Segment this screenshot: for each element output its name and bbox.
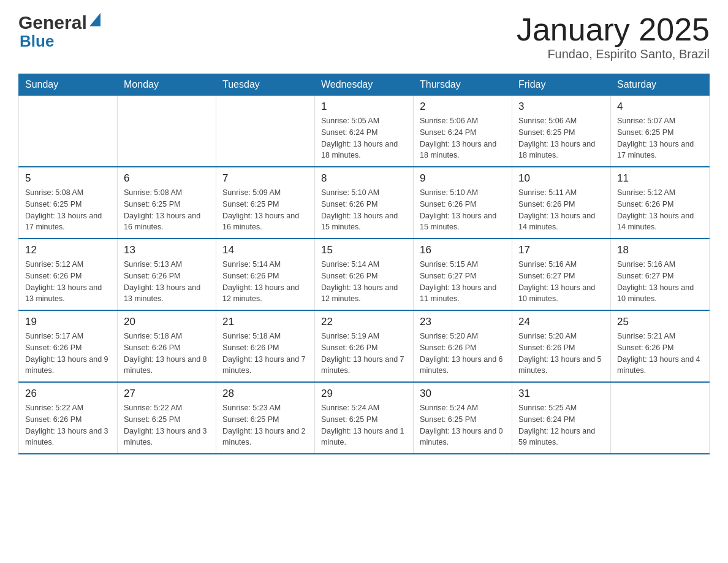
day-info: Sunrise: 5:18 AM Sunset: 6:26 PM Dayligh… — [222, 331, 308, 377]
day-info: Sunrise: 5:10 AM Sunset: 6:26 PM Dayligh… — [321, 187, 407, 233]
day-info: Sunrise: 5:10 AM Sunset: 6:26 PM Dayligh… — [420, 187, 506, 233]
day-number: 7 — [222, 172, 308, 185]
day-info: Sunrise: 5:24 AM Sunset: 6:25 PM Dayligh… — [420, 402, 506, 448]
week-row-1: 1Sunrise: 5:05 AM Sunset: 6:24 PM Daylig… — [19, 96, 710, 167]
calendar-cell: 28Sunrise: 5:23 AM Sunset: 6:25 PM Dayli… — [216, 382, 315, 454]
day-info: Sunrise: 5:16 AM Sunset: 6:27 PM Dayligh… — [617, 259, 703, 305]
day-number: 9 — [420, 172, 506, 185]
day-info: Sunrise: 5:20 AM Sunset: 6:26 PM Dayligh… — [518, 331, 604, 377]
calendar-cell: 4Sunrise: 5:07 AM Sunset: 6:25 PM Daylig… — [611, 96, 710, 167]
calendar-cell: 8Sunrise: 5:10 AM Sunset: 6:26 PM Daylig… — [315, 167, 414, 239]
day-number: 19 — [25, 316, 111, 328]
day-info: Sunrise: 5:05 AM Sunset: 6:24 PM Dayligh… — [321, 115, 407, 161]
day-info: Sunrise: 5:21 AM Sunset: 6:26 PM Dayligh… — [617, 331, 703, 377]
day-number: 30 — [420, 388, 506, 400]
calendar-cell: 11Sunrise: 5:12 AM Sunset: 6:26 PM Dayli… — [611, 167, 710, 239]
day-info: Sunrise: 5:19 AM Sunset: 6:26 PM Dayligh… — [321, 331, 407, 377]
week-row-3: 12Sunrise: 5:12 AM Sunset: 6:26 PM Dayli… — [19, 239, 710, 310]
day-info: Sunrise: 5:06 AM Sunset: 6:25 PM Dayligh… — [518, 115, 604, 161]
weekday-header-saturday: Saturday — [611, 74, 710, 96]
calendar-cell — [611, 382, 710, 454]
logo-triangle-icon — [89, 13, 100, 29]
day-number: 3 — [518, 101, 604, 113]
calendar-cell: 12Sunrise: 5:12 AM Sunset: 6:26 PM Dayli… — [19, 239, 118, 310]
day-number: 8 — [321, 172, 407, 185]
week-row-4: 19Sunrise: 5:17 AM Sunset: 6:26 PM Dayli… — [19, 310, 710, 382]
logo-row1: General — [18, 12, 100, 33]
calendar-cell: 20Sunrise: 5:18 AM Sunset: 6:26 PM Dayli… — [118, 310, 216, 382]
weekday-header-row: SundayMondayTuesdayWednesdayThursdayFrid… — [19, 74, 710, 96]
day-info: Sunrise: 5:12 AM Sunset: 6:26 PM Dayligh… — [617, 187, 703, 233]
calendar-cell: 19Sunrise: 5:17 AM Sunset: 6:26 PM Dayli… — [19, 310, 118, 382]
calendar-cell: 23Sunrise: 5:20 AM Sunset: 6:26 PM Dayli… — [414, 310, 512, 382]
calendar-cell: 3Sunrise: 5:06 AM Sunset: 6:25 PM Daylig… — [512, 96, 611, 167]
day-info: Sunrise: 5:15 AM Sunset: 6:27 PM Dayligh… — [420, 259, 506, 305]
calendar-cell: 10Sunrise: 5:11 AM Sunset: 6:26 PM Dayli… — [512, 167, 611, 239]
logo-combined: General Blue — [18, 12, 100, 50]
logo-blue-text: Blue — [20, 33, 100, 50]
calendar-cell: 2Sunrise: 5:06 AM Sunset: 6:24 PM Daylig… — [414, 96, 512, 167]
day-number: 14 — [222, 244, 308, 256]
calendar-cell: 26Sunrise: 5:22 AM Sunset: 6:26 PM Dayli… — [19, 382, 118, 454]
weekday-header-friday: Friday — [512, 74, 611, 96]
calendar-cell: 15Sunrise: 5:14 AM Sunset: 6:26 PM Dayli… — [315, 239, 414, 310]
page-header: General Blue January 2025 Fundao, Espiri… — [18, 12, 710, 61]
calendar-cell — [19, 96, 118, 167]
day-number: 1 — [321, 101, 407, 113]
day-number: 12 — [25, 244, 111, 256]
day-info: Sunrise: 5:07 AM Sunset: 6:25 PM Dayligh… — [617, 115, 703, 161]
calendar-cell: 9Sunrise: 5:10 AM Sunset: 6:26 PM Daylig… — [414, 167, 512, 239]
calendar-title: January 2025 — [517, 12, 710, 47]
calendar-cell: 22Sunrise: 5:19 AM Sunset: 6:26 PM Dayli… — [315, 310, 414, 382]
calendar-subtitle: Fundao, Espirito Santo, Brazil — [517, 47, 710, 61]
day-number: 11 — [617, 172, 703, 185]
calendar-cell: 21Sunrise: 5:18 AM Sunset: 6:26 PM Dayli… — [216, 310, 315, 382]
day-number: 15 — [321, 244, 407, 256]
day-number: 23 — [420, 316, 506, 328]
day-number: 17 — [518, 244, 604, 256]
weekday-header-tuesday: Tuesday — [216, 74, 315, 96]
calendar-cell: 5Sunrise: 5:08 AM Sunset: 6:25 PM Daylig… — [19, 167, 118, 239]
day-number: 16 — [420, 244, 506, 256]
calendar-cell: 24Sunrise: 5:20 AM Sunset: 6:26 PM Dayli… — [512, 310, 611, 382]
calendar-cell: 17Sunrise: 5:16 AM Sunset: 6:27 PM Dayli… — [512, 239, 611, 310]
day-number: 20 — [124, 316, 210, 328]
week-row-5: 26Sunrise: 5:22 AM Sunset: 6:26 PM Dayli… — [19, 382, 710, 454]
calendar-cell — [216, 96, 315, 167]
weekday-header-thursday: Thursday — [414, 74, 512, 96]
calendar-cell: 30Sunrise: 5:24 AM Sunset: 6:25 PM Dayli… — [414, 382, 512, 454]
day-info: Sunrise: 5:12 AM Sunset: 6:26 PM Dayligh… — [25, 259, 111, 305]
calendar-cell: 31Sunrise: 5:25 AM Sunset: 6:24 PM Dayli… — [512, 382, 611, 454]
day-info: Sunrise: 5:16 AM Sunset: 6:27 PM Dayligh… — [518, 259, 604, 305]
calendar-cell — [118, 96, 216, 167]
day-info: Sunrise: 5:11 AM Sunset: 6:26 PM Dayligh… — [518, 187, 604, 233]
calendar-table: SundayMondayTuesdayWednesdayThursdayFrid… — [18, 74, 710, 454]
day-number: 10 — [518, 172, 604, 185]
calendar-cell: 29Sunrise: 5:24 AM Sunset: 6:25 PM Dayli… — [315, 382, 414, 454]
weekday-header-sunday: Sunday — [19, 74, 118, 96]
day-info: Sunrise: 5:18 AM Sunset: 6:26 PM Dayligh… — [124, 331, 210, 377]
calendar-cell: 13Sunrise: 5:13 AM Sunset: 6:26 PM Dayli… — [118, 239, 216, 310]
calendar-cell: 6Sunrise: 5:08 AM Sunset: 6:25 PM Daylig… — [118, 167, 216, 239]
day-number: 18 — [617, 244, 703, 256]
calendar-cell: 16Sunrise: 5:15 AM Sunset: 6:27 PM Dayli… — [414, 239, 512, 310]
day-number: 13 — [124, 244, 210, 256]
day-info: Sunrise: 5:22 AM Sunset: 6:25 PM Dayligh… — [124, 402, 210, 448]
logo-general-text: General — [18, 12, 87, 33]
logo: General Blue — [18, 12, 100, 50]
calendar-cell: 7Sunrise: 5:09 AM Sunset: 6:25 PM Daylig… — [216, 167, 315, 239]
day-number: 24 — [518, 316, 604, 328]
day-number: 27 — [124, 388, 210, 400]
day-number: 6 — [124, 172, 210, 185]
day-number: 28 — [222, 388, 308, 400]
day-number: 26 — [25, 388, 111, 400]
day-info: Sunrise: 5:14 AM Sunset: 6:26 PM Dayligh… — [222, 259, 308, 305]
day-info: Sunrise: 5:24 AM Sunset: 6:25 PM Dayligh… — [321, 402, 407, 448]
weekday-header-wednesday: Wednesday — [315, 74, 414, 96]
day-info: Sunrise: 5:08 AM Sunset: 6:25 PM Dayligh… — [25, 187, 111, 233]
day-number: 29 — [321, 388, 407, 400]
calendar-cell: 18Sunrise: 5:16 AM Sunset: 6:27 PM Dayli… — [611, 239, 710, 310]
day-info: Sunrise: 5:23 AM Sunset: 6:25 PM Dayligh… — [222, 402, 308, 448]
day-number: 31 — [518, 388, 604, 400]
day-info: Sunrise: 5:17 AM Sunset: 6:26 PM Dayligh… — [25, 331, 111, 377]
